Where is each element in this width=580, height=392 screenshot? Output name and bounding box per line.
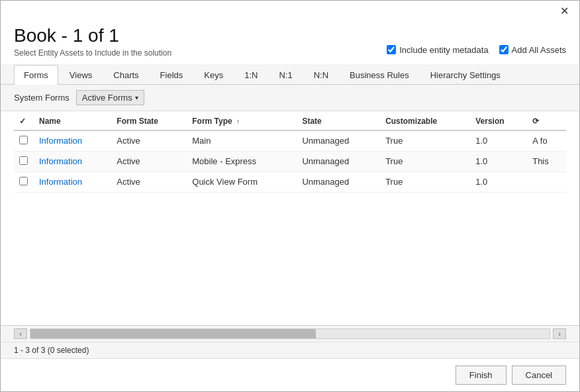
tab-charts[interactable]: Charts [103, 65, 148, 85]
tab-keys[interactable]: Keys [194, 65, 233, 85]
tab-fields[interactable]: Fields [150, 65, 193, 85]
row-state: Unmanaged [297, 130, 380, 152]
tab-views[interactable]: Views [60, 65, 102, 85]
row-extra: This [527, 151, 566, 172]
chevron-down-icon: ▾ [135, 94, 138, 101]
forms-table: ✓ Name Form State Form Type ↑ State Cust… [14, 111, 566, 193]
row-checkbox[interactable] [19, 156, 28, 165]
row-checkbox-cell [14, 172, 34, 192]
tab-n1[interactable]: N:1 [269, 65, 302, 85]
row-form-state: Active [111, 151, 187, 172]
include-metadata-label: Include entity metadata [399, 45, 488, 55]
scrollbar-track[interactable] [30, 328, 550, 339]
active-forms-dropdown[interactable]: Active Forms ▾ [76, 90, 144, 105]
col-form-state: Form State [111, 111, 187, 130]
col-refresh[interactable]: ⟳ [527, 111, 566, 130]
row-checkbox-cell [14, 151, 34, 172]
add-all-assets-label: Add All Assets [512, 45, 566, 55]
tab-hierarchy-settings[interactable]: Hierarchy Settings [420, 65, 510, 85]
sort-arrow-icon: ↑ [236, 118, 240, 125]
dropdown-label: Active Forms [82, 93, 132, 103]
row-version: 1.0 [470, 172, 527, 192]
row-customizable: True [380, 172, 470, 192]
row-checkbox-cell [14, 130, 34, 152]
row-name[interactable]: Information [34, 172, 111, 192]
row-form-type: Quick View Form [187, 172, 297, 192]
row-form-type: Main [187, 130, 297, 152]
table-row: InformationActiveMainUnmanagedTrue1.0A f… [14, 130, 566, 152]
dialog-header: Book - 1 of 1 Select Entity Assets to In… [1, 18, 579, 64]
table-container: ✓ Name Form State Form Type ↑ State Cust… [1, 111, 579, 325]
row-extra [527, 172, 566, 192]
dialog-titlebar: ✕ [1, 1, 579, 18]
header-checkboxes: Include entity metadata Add All Assets [387, 45, 566, 58]
table-header-row: ✓ Name Form State Form Type ↑ State Cust… [14, 111, 566, 130]
dialog: ✕ Book - 1 of 1 Select Entity Assets to … [0, 0, 580, 392]
row-customizable: True [380, 151, 470, 172]
table-row: InformationActiveMobile - ExpressUnmanag… [14, 151, 566, 172]
tab-business-rules[interactable]: Business Rules [340, 65, 419, 85]
cancel-button[interactable]: Cancel [512, 366, 566, 385]
col-form-type[interactable]: Form Type ↑ [187, 111, 297, 130]
add-all-assets-checkbox[interactable] [499, 45, 508, 54]
dialog-subtitle: Select Entity Assets to Include in the s… [14, 48, 171, 58]
row-name[interactable]: Information [34, 151, 111, 172]
scrollbar-thumb [30, 329, 316, 338]
row-name[interactable]: Information [34, 130, 111, 152]
row-form-state: Active [111, 130, 187, 152]
row-state: Unmanaged [297, 172, 380, 192]
status-bar: 1 - 3 of 3 (0 selected) [1, 342, 579, 358]
include-metadata-checkbox-item: Include entity metadata [387, 45, 488, 55]
tab-forms[interactable]: Forms [14, 65, 58, 85]
row-state: Unmanaged [297, 151, 380, 172]
tabs-bar: Forms Views Charts Fields Keys 1:N N:1 N… [1, 64, 579, 85]
table-body: InformationActiveMainUnmanagedTrue1.0A f… [14, 130, 566, 193]
status-text: 1 - 3 of 3 (0 selected) [14, 346, 89, 355]
include-metadata-checkbox[interactable] [387, 45, 396, 54]
scroll-left-arrow[interactable]: ‹ [14, 328, 27, 339]
col-name: Name [34, 111, 111, 130]
row-form-type: Mobile - Express [187, 151, 297, 172]
row-customizable: True [380, 130, 470, 152]
tab-1n[interactable]: 1:N [234, 65, 267, 85]
finish-button[interactable]: Finish [456, 366, 507, 385]
close-button[interactable]: ✕ [556, 5, 573, 18]
add-all-assets-checkbox-item: Add All Assets [499, 45, 566, 55]
footer: Finish Cancel [1, 358, 579, 391]
tab-nn[interactable]: N:N [304, 65, 338, 85]
dialog-title: Book - 1 of 1 [14, 24, 171, 47]
row-checkbox[interactable] [19, 136, 28, 144]
row-version: 1.0 [470, 130, 527, 152]
scroll-right-arrow[interactable]: › [553, 328, 566, 339]
table-row: InformationActiveQuick View FormUnmanage… [14, 172, 566, 192]
col-customizable: Customizable [380, 111, 470, 130]
col-check: ✓ [14, 111, 34, 130]
horizontal-scrollbar: ‹ › [1, 325, 579, 342]
col-version: Version [470, 111, 527, 130]
system-forms-label: System Forms [14, 93, 70, 103]
row-checkbox[interactable] [19, 177, 28, 185]
title-block: Book - 1 of 1 Select Entity Assets to In… [14, 24, 171, 58]
row-extra: A fo [527, 130, 566, 152]
row-form-state: Active [111, 172, 187, 192]
subheader: System Forms Active Forms ▾ [1, 85, 579, 111]
row-version: 1.0 [470, 151, 527, 172]
col-state: State [297, 111, 380, 130]
